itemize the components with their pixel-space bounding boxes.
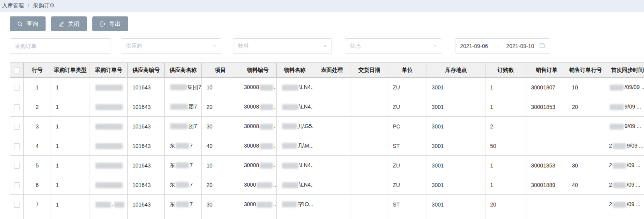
cell-supplier_name: 东7 xyxy=(165,136,202,156)
cell-order_qty: 20 xyxy=(485,195,526,214)
cell-supplier_name xyxy=(165,214,202,219)
cell-surface xyxy=(313,136,351,156)
cell-po_no xyxy=(90,156,128,175)
cell-po_type: 1 xyxy=(51,214,90,219)
table-row: 31101643团73030008..几\G5...PC300129/09 ..… xyxy=(10,117,644,136)
breadcrumb: 入库管理 / 采购订单 xyxy=(0,0,644,12)
toolbar: 查询 关闭 导出 xyxy=(10,16,134,31)
cell-delivery_date xyxy=(351,195,388,214)
purchase-order-input[interactable] xyxy=(15,43,106,49)
cell-project: 10 xyxy=(202,78,239,97)
cell-stock_location: 3001 xyxy=(427,175,485,195)
cell-surface xyxy=(313,97,351,117)
cell-supplier_no: 101643 xyxy=(128,195,165,214)
cell-po_type: 1 xyxy=(51,97,90,117)
cell-unit: ST xyxy=(388,136,427,156)
cell-delivery_date xyxy=(351,97,388,117)
row-checkbox[interactable] xyxy=(14,85,20,91)
cell-material_name: \LN4... xyxy=(277,78,313,97)
cell-unit: ZU xyxy=(388,175,427,195)
cell-material_no: 30008.. xyxy=(239,136,277,156)
row-checkbox[interactable] xyxy=(14,182,20,188)
close-button-label: 关闭 xyxy=(68,20,79,28)
status-select[interactable]: 状态 ∨ xyxy=(345,38,442,54)
export-button[interactable]: 导出 xyxy=(92,16,128,31)
cell-select xyxy=(10,214,24,219)
query-button[interactable]: 查询 xyxy=(10,16,46,31)
cell-supplier_no: 101643 xyxy=(128,78,165,97)
cell-first_sync_time: 2/09 ... xyxy=(604,195,644,214)
cell-sales_order: 30001853 xyxy=(526,156,567,175)
cell-surface xyxy=(313,195,351,214)
cell-sales_order_line: 40 xyxy=(567,175,604,195)
cell-line_no: 5 xyxy=(24,156,51,175)
chevron-down-icon: ∨ xyxy=(213,44,216,48)
table-row: 81101643 xyxy=(10,214,644,219)
cell-stock_location: 3001 xyxy=(427,117,485,136)
cell-po_type: 1 xyxy=(51,195,90,214)
redacted-text xyxy=(260,104,273,110)
supplier-select[interactable]: 供应商 ∨ xyxy=(121,38,221,54)
col-header-po_type: 采购订单类型 xyxy=(51,63,90,78)
redacted-text xyxy=(95,163,123,169)
cell-project: 40 xyxy=(202,136,239,156)
row-checkbox[interactable] xyxy=(14,163,20,169)
cell-stock_location: 3001 xyxy=(427,136,485,156)
cell-stock_location: 3001 xyxy=(427,156,485,175)
redacted-text xyxy=(176,143,189,149)
cell-supplier_name: 东7 xyxy=(165,175,202,195)
cell-first_sync_time: 2/09 ... xyxy=(604,175,644,195)
cell-po_type: 1 xyxy=(51,175,90,195)
cell-surface xyxy=(313,175,351,195)
cell-po_no xyxy=(90,214,128,219)
redacted-text xyxy=(282,163,298,169)
cell-sales_order xyxy=(526,136,567,156)
table-row: 51101643东71030008..\LN4...ZU300113000185… xyxy=(10,156,644,175)
cell-po_no xyxy=(90,78,128,97)
cell-first_sync_time: /09/09 ... xyxy=(604,78,644,97)
cell-surface xyxy=(313,214,351,219)
col-header-material_name: 物料名称 xyxy=(277,63,313,78)
row-checkbox[interactable] xyxy=(14,104,20,110)
col-header-first_sync_time: 首次同步时间 xyxy=(604,63,644,78)
cell-unit: ZU xyxy=(388,156,427,175)
cell-material_no: 3000.. xyxy=(239,195,277,214)
cell-po_no xyxy=(90,175,128,195)
material-select[interactable]: 物料 ∨ xyxy=(233,38,332,54)
cell-po_no xyxy=(90,136,128,156)
cell-delivery_date xyxy=(351,175,388,195)
cell-unit: ZU xyxy=(388,97,427,117)
close-button[interactable]: 关闭 xyxy=(51,16,87,31)
col-header-unit: 单位 xyxy=(388,63,427,78)
date-range-picker[interactable]: 2021-09-06 → 2021-09-10 xyxy=(455,38,550,54)
redacted-text xyxy=(610,85,624,91)
table-header-row: 行号采购订单类型采购订单号供应商编号供应商名称项目物料编号物料名称表面处理交货日… xyxy=(10,63,644,78)
cell-material_no: 3000.. xyxy=(239,175,277,195)
row-checkbox[interactable] xyxy=(14,143,20,149)
breadcrumb-item-storage[interactable]: 入库管理 xyxy=(2,2,24,9)
table-row: 61101643东7203000..\LN4...ZU3001130001889… xyxy=(10,175,644,195)
redacted-text xyxy=(282,123,297,129)
cell-line_no: 4 xyxy=(24,136,51,156)
table-row: 41101643东74030008..几\M...ST30015029/09 .… xyxy=(10,136,644,156)
cell-first_sync_time: 29/09 ... xyxy=(604,136,644,156)
row-checkbox[interactable] xyxy=(14,202,20,208)
redacted-text xyxy=(257,202,272,208)
cell-material_name: 字IO... xyxy=(277,195,313,214)
redacted-text xyxy=(95,104,123,110)
redacted-text xyxy=(170,123,188,129)
cell-supplier_no: 101643 xyxy=(128,175,165,195)
cell-line_no: 6 xyxy=(24,175,51,195)
cell-line_no: 7 xyxy=(24,195,51,214)
cell-sales_order_line: 30 xyxy=(567,156,604,175)
po-table: 行号采购订单类型采购订单号供应商编号供应商名称项目物料编号物料名称表面处理交货日… xyxy=(10,62,644,219)
col-header-delivery_date: 交货日期 xyxy=(351,63,388,78)
row-checkbox[interactable] xyxy=(14,124,20,130)
redacted-text xyxy=(260,124,273,130)
redacted-text xyxy=(282,201,297,207)
cell-sales_order: 30001889 xyxy=(526,175,567,195)
select-all-checkbox[interactable] xyxy=(14,68,20,73)
col-header-stock_location: 库存地点 xyxy=(427,63,485,78)
cell-select xyxy=(10,78,24,97)
cell-select xyxy=(10,117,24,136)
